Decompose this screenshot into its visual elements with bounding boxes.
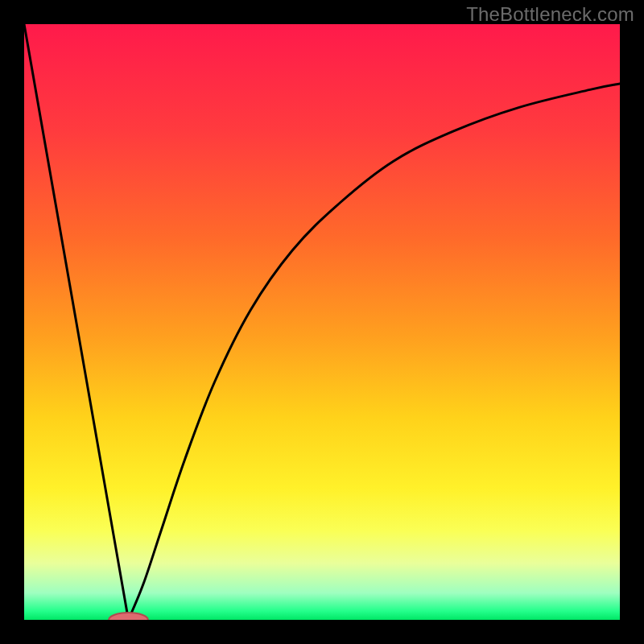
series-left [24,24,129,620]
chart-frame: TheBottleneck.com [0,0,644,644]
plot-area [24,24,620,620]
vertex-marker [109,613,148,620]
chart-curves [24,24,620,620]
watermark-text: TheBottleneck.com [466,3,634,26]
series-right [129,84,621,620]
